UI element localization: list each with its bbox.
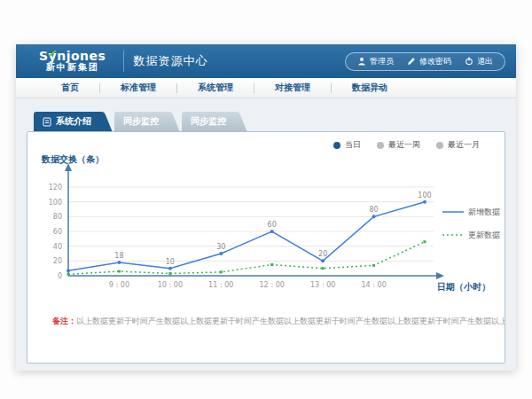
content-panel: 当日 最近一周 最近一月 020406080100120数据交换（条）日期（小时… xyxy=(27,131,505,364)
y-tick-label: 80 xyxy=(53,213,62,221)
x-axis-arrow-icon xyxy=(436,272,444,279)
data-point-label: 80 xyxy=(369,206,378,214)
radio-label: 最近一月 xyxy=(448,139,480,151)
radio-label: 当日 xyxy=(345,139,361,151)
data-point xyxy=(117,261,121,264)
tab-sync-monitor-2[interactable]: 同步监控 xyxy=(182,112,237,131)
tab-label: 同步监控 xyxy=(123,112,159,131)
data-point xyxy=(220,270,223,273)
header-divider xyxy=(123,51,124,72)
y-axis-title: 数据交换（条） xyxy=(41,154,104,164)
y-tick-label: 100 xyxy=(49,199,62,207)
y-axis-arrow-icon xyxy=(65,163,72,171)
nav-item-standard-mgmt[interactable]: 标准管理 xyxy=(100,82,176,94)
data-point xyxy=(321,259,325,262)
change-password-button[interactable]: 修改密码 xyxy=(407,56,451,67)
line-chart: 020406080100120数据交换（条）日期（小时）9：0010：0011：… xyxy=(27,152,505,307)
data-point xyxy=(168,267,172,270)
radio-dot-icon xyxy=(436,142,443,149)
logout-button[interactable]: 退出 xyxy=(465,56,493,67)
radio-today[interactable]: 当日 xyxy=(333,139,361,151)
data-point xyxy=(270,263,273,266)
logo-subtitle: 新中新集团 xyxy=(39,63,106,73)
data-point xyxy=(372,264,375,267)
logo-text: Synjones xyxy=(39,50,106,63)
radio-last-month[interactable]: 最近一月 xyxy=(436,139,480,151)
y-tick-label: 60 xyxy=(53,228,62,236)
page-title: 数据资源中心 xyxy=(133,53,345,69)
y-tick-label: 20 xyxy=(53,257,62,265)
main-nav: 首页 标准管理 系统管理 对接管理 数据异动 xyxy=(16,78,516,98)
data-point xyxy=(168,272,171,275)
tab-bar: 系统介绍 同步监控 同步监控 xyxy=(34,112,516,131)
radio-dot-icon xyxy=(333,142,340,149)
radio-label: 最近一周 xyxy=(388,139,420,151)
current-user-button[interactable]: 管理员 xyxy=(357,56,394,67)
data-point xyxy=(322,267,325,270)
footnote-prefix: 备注： xyxy=(52,317,76,325)
footnote: 备注：以上数据更新于时间产生数据以上数据更新于时间产生数据以上数据更新于时间产生… xyxy=(52,316,505,327)
app-window: Synjones 新中新集团 数据资源中心 管理员 xyxy=(16,44,516,371)
y-tick-label: 0 xyxy=(58,272,62,280)
data-point-label: 10 xyxy=(166,258,175,266)
nav-item-interface-mgmt[interactable]: 对接管理 xyxy=(254,82,331,94)
data-point xyxy=(67,273,70,276)
tab-system-intro[interactable]: 系统介绍 xyxy=(34,112,102,131)
legend-label-1[interactable]: 更新数据 xyxy=(468,231,500,239)
data-point xyxy=(372,215,376,218)
x-tick-label: 12：00 xyxy=(260,281,285,289)
x-axis-title: 日期（小时） xyxy=(437,282,490,292)
change-password-label: 修改密码 xyxy=(419,56,451,67)
brand-logo: Synjones 新中新集团 xyxy=(39,50,106,72)
data-point-label: 60 xyxy=(268,221,277,229)
y-tick-label: 120 xyxy=(49,184,62,192)
x-tick-label: 13：00 xyxy=(310,281,335,289)
x-tick-label: 9：00 xyxy=(109,281,129,289)
legend-label-0[interactable]: 新增数据 xyxy=(468,207,500,216)
page-background: Synjones 新中新集团 数据资源中心 管理员 xyxy=(0,0,532,399)
document-icon xyxy=(43,117,51,127)
x-tick-label: 11：00 xyxy=(208,281,233,289)
data-point xyxy=(424,240,426,243)
edit-icon xyxy=(407,57,416,66)
data-point xyxy=(219,252,223,255)
nav-item-system-mgmt[interactable]: 系统管理 xyxy=(177,82,254,94)
data-point-label: 18 xyxy=(114,252,123,260)
radio-last-week[interactable]: 最近一周 xyxy=(377,139,420,151)
user-icon xyxy=(357,57,366,66)
logout-label: 退出 xyxy=(477,56,493,67)
footnote-text: 以上数据更新于时间产生数据以上数据更新于时间产生数据以上数据更新于时间产生数据以… xyxy=(76,317,505,325)
nav-item-data-change[interactable]: 数据异动 xyxy=(332,82,408,94)
data-point xyxy=(118,270,121,273)
app-header: Synjones 新中新集团 数据资源中心 管理员 xyxy=(16,44,516,78)
data-point-label: 20 xyxy=(318,250,327,258)
chart-area: 020406080100120数据交换（条）日期（小时）9：0010：0011：… xyxy=(27,132,505,307)
account-toolbar: 管理员 修改密码 退出 xyxy=(345,52,505,71)
data-point-label: 100 xyxy=(418,192,431,200)
data-point-label: 30 xyxy=(216,243,225,251)
data-point xyxy=(423,200,426,204)
power-icon xyxy=(465,57,473,66)
time-range-filter: 当日 最近一周 最近一月 xyxy=(333,139,480,151)
x-tick-label: 14：00 xyxy=(361,281,386,289)
radio-dot-icon xyxy=(377,142,384,149)
tab-label: 同步监控 xyxy=(191,112,226,131)
tab-label: 系统介绍 xyxy=(56,112,91,131)
current-user-label: 管理员 xyxy=(370,56,394,67)
data-point xyxy=(66,269,70,272)
nav-item-home[interactable]: 首页 xyxy=(41,82,99,94)
data-point xyxy=(270,230,274,233)
x-tick-label: 10：00 xyxy=(158,281,183,289)
tab-sync-monitor-1[interactable]: 同步监控 xyxy=(114,112,169,131)
y-tick-label: 40 xyxy=(53,243,62,251)
